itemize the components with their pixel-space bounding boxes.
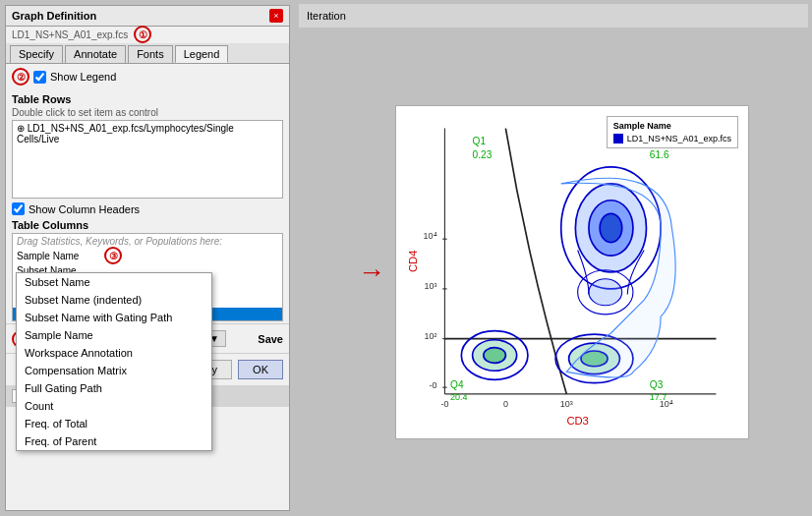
close-button[interactable]: × xyxy=(269,9,283,23)
circle-3-overlay: ③ xyxy=(104,247,122,264)
svg-text:20.4: 20.4 xyxy=(450,391,468,401)
svg-text:10⁴: 10⁴ xyxy=(424,231,437,241)
legend-item-label: LD1_NS+NS_A01_exp.fcs xyxy=(627,134,731,143)
right-panel: Iteration → -0 10² 10³ 10⁴ -0 xyxy=(295,0,812,516)
iteration-label: Iteration xyxy=(307,10,346,22)
list-item[interactable]: ⊕ LD1_NS+NS_A01_exp.fcs/Lymphocytes/Sing… xyxy=(13,121,282,146)
tab-fonts[interactable]: Fonts xyxy=(128,45,173,63)
circle-1-overlay: ① xyxy=(134,26,151,43)
menu-item-sample-name[interactable]: Sample Name xyxy=(17,326,211,344)
svg-text:0.23: 0.23 xyxy=(473,148,493,159)
arrow-indicator: → xyxy=(358,257,385,288)
table-rows-label: Table Rows xyxy=(12,93,283,105)
legend-title: Sample Name xyxy=(613,121,731,131)
chart-svg: -0 10² 10³ 10⁴ -0 0 10³ 10⁴ Q1 0.23 xyxy=(406,116,738,429)
menu-item-freq-of-parent[interactable]: Freq. of Parent xyxy=(17,432,211,450)
svg-point-33 xyxy=(484,347,506,363)
svg-text:Q1: Q1 xyxy=(473,136,487,146)
show-legend-row: ② Show Legend xyxy=(6,64,289,89)
menu-item-full-gating-path[interactable]: Full Gating Path xyxy=(17,379,211,397)
dialog-title: Graph Definition xyxy=(12,10,96,22)
menu-item-subset-name[interactable]: Subset Name xyxy=(17,273,211,291)
legend-box: Sample Name LD1_NS+NS_A01_exp.fcs xyxy=(607,116,738,148)
menu-item-freq-of-total[interactable]: Freq. of Total xyxy=(17,415,211,432)
drag-label: Drag Statistics, Keywords, or Population… xyxy=(13,234,282,249)
svg-point-30 xyxy=(589,278,622,305)
dropdown-menu: Subset Name Subset Name (indented) Subse… xyxy=(16,272,212,451)
svg-text:CD4: CD4 xyxy=(407,250,419,272)
chart-box: -0 10² 10³ 10⁴ -0 0 10³ 10⁴ Q1 0.23 xyxy=(395,105,749,439)
save-label: Save xyxy=(258,333,283,345)
tab-bar: Specify Annotate Fonts Legend xyxy=(6,43,289,64)
dialog-titlebar: Graph Definition × xyxy=(6,6,289,27)
svg-text:10³: 10³ xyxy=(560,399,573,409)
graph-definition-dialog: Graph Definition × LD1_NS+NS_A01_exp.fcs… xyxy=(5,5,290,511)
menu-item-subset-name-indented[interactable]: Subset Name (indented) xyxy=(17,291,211,309)
menu-item-count[interactable]: Count xyxy=(17,397,211,415)
svg-text:0: 0 xyxy=(503,399,508,409)
show-legend-label: Show Legend xyxy=(50,71,116,83)
svg-text:Q3: Q3 xyxy=(650,379,664,390)
show-column-headers-checkbox[interactable] xyxy=(12,202,25,215)
svg-text:61.6: 61.6 xyxy=(650,148,669,159)
tab-specify[interactable]: Specify xyxy=(10,45,63,63)
svg-text:Q4: Q4 xyxy=(450,379,464,390)
show-column-headers-row: Show Column Headers xyxy=(12,202,283,215)
show-column-headers-label: Show Column Headers xyxy=(29,203,140,215)
svg-text:-0: -0 xyxy=(440,399,448,409)
menu-item-workspace-annotation[interactable]: Workspace Annotation xyxy=(17,344,211,362)
tab-annotate[interactable]: Annotate xyxy=(65,45,126,63)
legend-item-0: LD1_NS+NS_A01_exp.fcs xyxy=(613,134,731,143)
svg-text:-0: -0 xyxy=(430,380,437,390)
circle-2: ② xyxy=(12,68,29,86)
menu-item-compensation-matrix[interactable]: Compensation Matrix xyxy=(17,362,211,379)
svg-text:CD3: CD3 xyxy=(566,415,589,427)
show-legend-checkbox[interactable] xyxy=(33,71,46,84)
svg-text:10²: 10² xyxy=(425,330,437,340)
table-rows-sublabel: Double click to set item as control xyxy=(12,107,283,118)
menu-item-subset-name-gating[interactable]: Subset Name with Gating Path xyxy=(17,309,211,326)
table-rows-listbox[interactable]: ⊕ LD1_NS+NS_A01_exp.fcs/Lymphocytes/Sing… xyxy=(12,120,283,199)
table-columns-label: Table Columns xyxy=(12,219,283,231)
legend-color-swatch xyxy=(613,134,623,143)
top-bar: Iteration xyxy=(299,4,808,28)
ok-button[interactable]: OK xyxy=(238,360,283,379)
svg-text:17.7: 17.7 xyxy=(650,391,667,401)
col-item-0[interactable]: Sample Name xyxy=(13,249,282,263)
tab-legend[interactable]: Legend xyxy=(175,45,229,63)
svg-point-28 xyxy=(600,213,622,242)
chart-container: → -0 10² 10³ 10⁴ -0 0 10³ 10 xyxy=(299,31,808,512)
svg-text:10³: 10³ xyxy=(425,280,437,290)
